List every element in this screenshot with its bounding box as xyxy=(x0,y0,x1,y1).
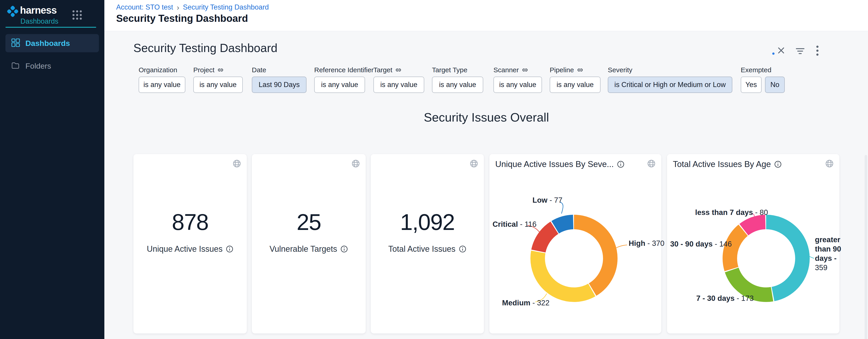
sidebar-item-dashboards[interactable]: Dashboards xyxy=(5,34,99,52)
filter-chip-organization[interactable]: is any value xyxy=(138,77,185,93)
app-grid-icon[interactable] xyxy=(72,9,83,21)
filter-label-pipeline: Pipeline xyxy=(550,66,584,74)
exempted-yes-button[interactable]: Yes xyxy=(741,77,762,93)
chart-label-critical: Critical - 116 xyxy=(493,220,536,229)
stat-tile-unique-active-issues: 878 Unique Active Issues xyxy=(133,154,247,334)
filter-label-target-type: Target Type xyxy=(432,66,467,74)
dashboard-title: Security Testing Dashboard xyxy=(133,41,277,55)
breadcrumb-separator-icon: › xyxy=(173,4,183,11)
stat-value: 878 xyxy=(172,209,209,235)
stat-label: Unique Active Issues xyxy=(147,244,234,254)
filter-label-date: Date xyxy=(252,66,266,74)
filter-chip-scanner[interactable]: is any value xyxy=(493,77,542,93)
filter-label-project: Project xyxy=(193,66,224,74)
chart-label-7-30-days: 7 - 30 days - 173 xyxy=(696,294,754,303)
chart-label-30-90-days: 30 - 90 days - 146 xyxy=(670,240,732,248)
breadcrumb-account-link[interactable]: Account: STO test xyxy=(116,3,173,11)
logo-text: harness xyxy=(20,4,57,16)
stat-label: Total Active Issues xyxy=(388,244,466,254)
exempted-no-button[interactable]: No xyxy=(765,77,785,93)
link-icon xyxy=(217,66,224,74)
chart-label-high: High - 370 xyxy=(629,239,664,248)
filter-label-severity: Severity xyxy=(608,66,632,74)
link-icon xyxy=(522,66,528,74)
chart-label-less-than-7-days: less than 7 days - 80 xyxy=(695,208,768,217)
dashboard-canvas: Security Testing Dashboard Organization … xyxy=(104,31,868,339)
sidebar-item-label: Folders xyxy=(25,62,51,70)
breadcrumb-current-link[interactable]: Security Testing Dashboard xyxy=(183,3,269,11)
filter-label-scanner: Scanner xyxy=(493,66,528,74)
top-header: Account: STO test › Security Testing Das… xyxy=(104,0,868,31)
filter-label-exempted: Exempted xyxy=(741,66,771,74)
filter-chip-reference-identifier[interactable]: is any value xyxy=(314,77,365,93)
sidebar-item-folders[interactable]: Folders xyxy=(5,57,99,75)
section-heading: Security Issues Overall xyxy=(133,110,839,124)
harness-logo-icon xyxy=(7,5,19,17)
info-icon[interactable] xyxy=(340,245,348,253)
stat-value: 25 xyxy=(297,209,321,235)
link-icon xyxy=(577,66,584,74)
info-icon[interactable] xyxy=(459,245,466,253)
filter-chip-target[interactable]: is any value xyxy=(373,77,424,93)
stat-value: 1,092 xyxy=(400,209,455,235)
chart-label-low: Low - 77 xyxy=(532,196,562,204)
page-title: Security Testing Dashboard xyxy=(116,13,248,24)
filter-chip-severity[interactable]: is Critical or High or Medium or Low xyxy=(608,77,732,93)
dashboards-icon xyxy=(11,38,20,48)
vertical-scrollbar[interactable] xyxy=(865,155,867,339)
filter-chip-date[interactable]: Last 90 Days xyxy=(252,77,307,93)
folder-icon xyxy=(11,61,20,70)
stat-tile-vulnerable-targets: 25 Vulnerable Targets xyxy=(252,154,366,334)
kebab-menu-icon[interactable] xyxy=(816,45,819,57)
sidebar: harness Dashboards Dashboards xyxy=(0,0,104,339)
filter-icon[interactable] xyxy=(796,47,805,56)
stat-label: Vulnerable Targets xyxy=(270,244,348,254)
chart-card-issues-by-age: Total Active Issues By Age less than 7 d… xyxy=(667,154,839,334)
filter-chip-pipeline[interactable]: is any value xyxy=(550,77,600,93)
sidebar-item-label: Dashboards xyxy=(25,39,70,48)
sidebar-accent-divider xyxy=(5,27,96,28)
cursor-dot xyxy=(772,53,775,55)
logo-subtitle: Dashboards xyxy=(21,17,58,25)
chart-label-greater-than-90-days: greater than 90 days - 359 xyxy=(815,235,847,272)
stat-tile-total-active-issues: 1,092 Total Active Issues xyxy=(371,154,484,334)
filter-chip-project[interactable]: is any value xyxy=(193,77,243,93)
link-icon xyxy=(395,66,402,74)
chart-label-medium: Medium - 322 xyxy=(502,299,550,307)
info-icon[interactable] xyxy=(226,245,234,253)
filter-label-reference-identifier: Reference Identifier xyxy=(314,66,374,74)
breadcrumb: Account: STO test › Security Testing Das… xyxy=(116,3,269,11)
filter-label-target: Target xyxy=(373,66,402,74)
chart-card-issues-by-severity: Unique Active Issues By Seve... Low - 77… xyxy=(489,154,661,334)
filter-chip-target-type[interactable]: is any value xyxy=(432,77,483,93)
filter-label-organization: Organization xyxy=(138,66,177,74)
close-icon[interactable] xyxy=(776,46,786,56)
